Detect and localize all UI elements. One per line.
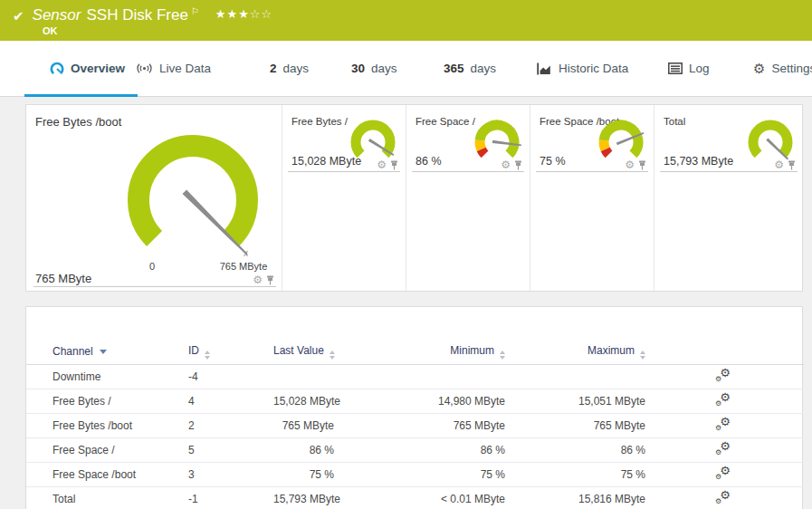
sort-toggle-icon[interactable] bbox=[330, 351, 335, 360]
sort-desc-icon[interactable] bbox=[100, 350, 107, 354]
tile-actions: ⚙ bbox=[625, 159, 646, 170]
channel-gauge-title: Free Bytes / bbox=[291, 116, 348, 127]
gear-icon: ⚙ bbox=[753, 62, 765, 75]
pin-icon[interactable] bbox=[266, 275, 274, 285]
channel-id: 4 bbox=[180, 389, 273, 413]
column-header-channel[interactable]: Channel bbox=[26, 340, 180, 364]
channel-gauge-title: Free Space / bbox=[416, 116, 475, 127]
tile-divider-line bbox=[412, 171, 524, 172]
channel-settings-icon[interactable]: ⚙⚙ bbox=[715, 466, 731, 480]
channel-row-free-bytes-boot[interactable]: Free Bytes /boot2765 MByte765 MByte765 M… bbox=[26, 413, 804, 437]
channel-settings-icon[interactable]: ⚙⚙ bbox=[715, 442, 731, 456]
channel-name: Total bbox=[26, 486, 180, 509]
tab-overview[interactable]: Overview bbox=[50, 41, 125, 96]
channel-id: -1 bbox=[180, 486, 273, 509]
tab-number: 365 bbox=[444, 62, 464, 75]
gear-icon[interactable]: ⚙ bbox=[377, 159, 387, 170]
channel-maximum bbox=[511, 364, 652, 389]
tab-label: Settings bbox=[771, 62, 812, 75]
channel-row-free-space[interactable]: Free Space /586 %86 %86 %⚙⚙ bbox=[26, 437, 804, 462]
sort-toggle-icon[interactable] bbox=[640, 351, 645, 360]
gauge-needle-tip-marker: x bbox=[244, 248, 248, 258]
historic-icon bbox=[537, 62, 552, 75]
gauge-tile-free-space[interactable]: Free Space / 86 % ⚙ bbox=[406, 105, 530, 291]
sensor-header-bar: ✔ Sensor SSH Disk Free ⚐ ★★★☆☆ OK bbox=[0, 0, 812, 41]
gear-icon[interactable]: ⚙ bbox=[253, 274, 263, 285]
tab-live-data[interactable]: Live Data bbox=[136, 41, 211, 96]
sort-toggle-icon[interactable] bbox=[205, 351, 210, 360]
channel-id: 5 bbox=[180, 437, 273, 462]
column-header-minimum[interactable]: Minimum bbox=[339, 340, 511, 364]
channel-id: 3 bbox=[180, 462, 273, 486]
gauge-scale-max: 765 MByte bbox=[203, 261, 284, 272]
channel-settings-icon[interactable]: ⚙⚙ bbox=[715, 369, 731, 382]
column-header-maximum[interactable]: Maximum bbox=[511, 340, 652, 364]
tab-30-days[interactable]: 30 days bbox=[351, 41, 397, 96]
gear-icon[interactable]: ⚙ bbox=[774, 159, 784, 170]
primary-gauge bbox=[102, 128, 283, 273]
channel-row-free-bytes[interactable]: Free Bytes /415,028 MByte14,980 MByte15,… bbox=[26, 389, 804, 413]
tab-label: days bbox=[283, 62, 310, 75]
gauge-tile-total[interactable]: Total 15,793 MByte ⚙ bbox=[654, 105, 803, 291]
channel-minimum: 86 % bbox=[339, 437, 511, 462]
live-icon bbox=[136, 62, 153, 75]
tab-label: days bbox=[471, 62, 497, 75]
channel-settings-icon[interactable]: ⚙⚙ bbox=[715, 393, 731, 407]
channel-name: Free Space /boot bbox=[26, 462, 180, 486]
priority-stars[interactable]: ★★★☆☆ bbox=[215, 7, 272, 21]
flag-icon[interactable]: ⚐ bbox=[191, 6, 199, 16]
channels-table-header-row: ChannelIDLast ValueMinimumMaximum bbox=[26, 340, 804, 364]
tab-settings[interactable]: ⚙ Settings bbox=[753, 41, 812, 96]
gauge-tile-free-space-boot[interactable]: Free Space /boot 75 % ⚙ bbox=[530, 105, 654, 291]
stars-empty[interactable]: ☆☆ bbox=[250, 7, 272, 21]
sort-toggle-icon[interactable] bbox=[500, 351, 505, 360]
channel-minimum: 14,980 MByte bbox=[339, 389, 511, 413]
channel-settings-icon[interactable]: ⚙⚙ bbox=[715, 491, 731, 504]
channel-minimum: 75 % bbox=[339, 462, 511, 486]
pin-icon[interactable] bbox=[638, 160, 646, 170]
column-header-label: Channel bbox=[53, 345, 93, 358]
tile-divider-line bbox=[33, 286, 276, 287]
pin-icon[interactable] bbox=[390, 160, 398, 170]
sensor-title-row: ✔ Sensor SSH Disk Free ⚐ ★★★☆☆ bbox=[13, 6, 272, 24]
channel-name: Free Space / bbox=[26, 437, 180, 462]
gauge-scale-min: 0 bbox=[142, 261, 162, 272]
tile-divider-line bbox=[660, 171, 798, 172]
channel-minimum: < 0.01 MByte bbox=[339, 486, 511, 509]
channels-table-body: Downtime-4⚙⚙Free Bytes /415,028 MByte14,… bbox=[26, 364, 804, 509]
channel-actions-cell: ⚙⚙ bbox=[652, 364, 804, 389]
channels-table: ChannelIDLast ValueMinimumMaximum Downti… bbox=[26, 340, 804, 509]
channel-actions-cell: ⚙⚙ bbox=[652, 437, 804, 462]
gauge-icon bbox=[50, 62, 64, 76]
channel-maximum: 15,816 MByte bbox=[511, 486, 652, 509]
gear-icon[interactable]: ⚙ bbox=[501, 159, 511, 170]
channel-actions-cell: ⚙⚙ bbox=[652, 389, 804, 413]
channel-gauge-value: 15,793 MByte bbox=[664, 155, 733, 168]
channel-row-downtime[interactable]: Downtime-4⚙⚙ bbox=[26, 364, 804, 389]
channel-actions-cell: ⚙⚙ bbox=[652, 486, 804, 509]
channel-last-value: 765 MByte bbox=[273, 413, 339, 437]
tab-historic-data[interactable]: Historic Data bbox=[537, 41, 628, 96]
gauge-tile-free-bytes[interactable]: Free Bytes / 15,028 MByte ⚙ bbox=[282, 105, 406, 291]
primary-channel-title: Free Bytes /boot bbox=[35, 115, 121, 129]
primary-channel-gauge-tile[interactable]: Free Bytes /boot 0 765 MByte x 765 MByte… bbox=[26, 105, 282, 291]
channel-maximum: 15,051 MByte bbox=[511, 389, 652, 413]
tab-label: Log bbox=[689, 62, 710, 75]
channel-gauge-value: 86 % bbox=[416, 155, 442, 168]
channel-settings-icon[interactable]: ⚙⚙ bbox=[715, 418, 731, 431]
tab-2-days[interactable]: 2 days bbox=[270, 41, 309, 96]
sensor-status-badge: OK bbox=[43, 25, 58, 36]
tab-365-days[interactable]: 365 days bbox=[444, 41, 496, 96]
column-header-last-value[interactable]: Last Value bbox=[273, 340, 339, 364]
sensor-title-prefix: Sensor bbox=[33, 6, 81, 24]
pin-icon[interactable] bbox=[514, 160, 522, 170]
pin-icon[interactable] bbox=[788, 160, 796, 170]
tab-log[interactable]: Log bbox=[668, 41, 710, 96]
tab-label: Live Data bbox=[159, 62, 211, 75]
stars-filled[interactable]: ★★★ bbox=[215, 7, 250, 21]
channel-actions-cell: ⚙⚙ bbox=[652, 413, 804, 437]
gear-icon[interactable]: ⚙ bbox=[625, 159, 635, 170]
channel-row-free-space-boot[interactable]: Free Space /boot375 %75 %75 %⚙⚙ bbox=[26, 462, 804, 486]
channel-row-total[interactable]: Total-115,793 MByte< 0.01 MByte15,816 MB… bbox=[26, 486, 804, 509]
column-header-id[interactable]: ID bbox=[180, 340, 273, 364]
